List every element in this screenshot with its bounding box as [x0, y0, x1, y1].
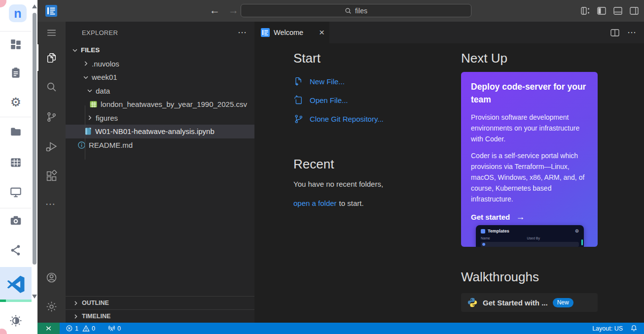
timeline-section-header[interactable]: TIMELINE: [66, 309, 254, 323]
vscode-app-tile[interactable]: [0, 267, 32, 302]
notifications-bell-icon[interactable]: [630, 325, 638, 332]
monitor-icon[interactable]: [9, 186, 22, 199]
extensions-icon[interactable]: [45, 170, 58, 182]
welcome-tab-icon: [261, 28, 270, 37]
forward-arrow-button[interactable]: →: [228, 3, 239, 18]
arrow-right-icon: →: [516, 212, 525, 222]
scroll-thumb[interactable]: [33, 13, 36, 265]
new-badge: New: [553, 298, 573, 307]
split-editor-icon[interactable]: [610, 29, 619, 36]
tree-section-files[interactable]: FILES: [66, 43, 254, 57]
search-view-icon[interactable]: [45, 81, 58, 93]
tree-row-notebook[interactable]: W01-NB01-heatwave-analysis.ipynb: [66, 125, 254, 138]
explorer-sidebar: EXPLORER ⋯ FILES .nuvolos week01: [66, 22, 254, 323]
command-center-search[interactable]: files: [241, 4, 471, 17]
toggle-primary-sidebar-icon[interactable]: [597, 7, 607, 15]
tree-label: data: [96, 87, 110, 95]
scroll-up-arrow[interactable]: [32, 4, 37, 8]
brightness-icon[interactable]: [9, 314, 22, 327]
screen: n ⚙: [0, 0, 644, 334]
preview-columns: Name Used By: [481, 236, 579, 240]
active-view-indicator: [37, 44, 38, 71]
coder-logo-icon: [481, 229, 485, 234]
open-folder-suffix: to start.: [339, 199, 364, 207]
ports-status[interactable]: 0: [108, 325, 121, 332]
tab-welcome[interactable]: Welcome ×: [254, 22, 329, 43]
open-file-link[interactable]: Open File...: [293, 91, 456, 109]
chevron-right-icon: [82, 60, 89, 67]
more-views-icon[interactable]: ⋯: [45, 198, 56, 210]
avatar: [482, 243, 485, 246]
table-icon[interactable]: [9, 156, 22, 169]
tree-row-figures[interactable]: figures: [66, 111, 254, 125]
chevron-down-icon: [82, 74, 89, 81]
tree-row-week01[interactable]: week01: [66, 70, 254, 84]
back-arrow-button[interactable]: ←: [210, 3, 220, 18]
chevron-right-icon: [86, 114, 93, 121]
outline-section-header[interactable]: OUTLINE: [66, 296, 254, 309]
python-logo-icon: [467, 297, 478, 308]
welcome-left-column: Start New File... Open File...: [293, 50, 456, 211]
divider: [0, 31, 32, 32]
clone-repo-link[interactable]: Clone Git Repository...: [293, 109, 456, 128]
platform-scrollbar[interactable]: [32, 0, 37, 334]
clipped-avatar-top-icon: [0, 0, 6, 7]
folder-icon[interactable]: [9, 125, 22, 138]
preview-titlebar: Templates ⚙: [481, 229, 579, 234]
next-up-heading: Next Up: [461, 50, 598, 67]
warnings-count: 0: [92, 325, 95, 332]
git-branch-icon: [293, 114, 304, 124]
warning-icon: [82, 325, 90, 332]
welcome-right-column: Next Up Deploy code-server for your team…: [461, 50, 598, 312]
explorer-view-icon[interactable]: [45, 52, 58, 64]
search-icon: [345, 7, 352, 14]
camera-icon[interactable]: [9, 214, 22, 227]
warnings-status[interactable]: 0: [82, 325, 95, 332]
get-started-label: Get started: [471, 213, 510, 221]
remote-indicator[interactable]: [37, 323, 60, 334]
keyboard-layout-status[interactable]: Layout: US: [592, 325, 623, 332]
statusbar-right: Layout: US: [592, 325, 644, 332]
toggle-secondary-sidebar-icon[interactable]: [630, 7, 639, 15]
tree-row-nuvolos[interactable]: .nuvolos: [66, 57, 254, 71]
walkthrough-get-started-python[interactable]: Get Started with ... New: [461, 293, 598, 312]
walkthroughs-heading: Walkthroughs: [461, 268, 598, 285]
editor-more-actions-icon[interactable]: ⋯: [627, 27, 636, 38]
account-icon[interactable]: [45, 271, 58, 284]
walkthrough-title: Get Started with ...: [483, 299, 548, 307]
preview-col-usedby: Used By: [527, 236, 540, 240]
recent-heading: Recent: [293, 156, 456, 172]
coder-promo-card: Deploy code-server for your team Provisi…: [461, 72, 598, 247]
dashboard-icon[interactable]: [9, 38, 22, 51]
customize-layout-icon[interactable]: [581, 7, 590, 15]
vscode-logo-icon: [6, 275, 25, 294]
tree-label: README.md: [89, 141, 133, 149]
chevron-right-icon: [72, 300, 79, 306]
run-debug-icon[interactable]: [45, 140, 58, 153]
get-started-link[interactable]: Get started →: [471, 212, 588, 222]
explorer-more-actions-icon[interactable]: ⋯: [238, 27, 247, 38]
clipboard-icon[interactable]: [9, 67, 22, 79]
tab-close-icon[interactable]: ×: [319, 28, 324, 37]
open-folder-link[interactable]: open a folder: [293, 199, 337, 207]
tree-row-readme[interactable]: README.md: [66, 138, 254, 152]
tree-row-csv[interactable]: london_heatwaves_by_year_1990_2025.csv: [66, 98, 254, 111]
chevron-down-icon: [72, 47, 78, 54]
chevron-down-icon: [86, 87, 93, 94]
titlebar-actions: [581, 7, 639, 15]
manage-gear-icon[interactable]: [45, 301, 58, 313]
tree-row-data[interactable]: data: [66, 84, 254, 98]
share-icon[interactable]: [9, 244, 22, 257]
tree-label: week01: [92, 73, 117, 81]
new-file-link[interactable]: New File...: [293, 72, 456, 91]
tab-bar: Welcome × ⋯: [254, 22, 644, 43]
scroll-down-arrow[interactable]: [32, 295, 37, 299]
preview-col-name: Name: [481, 236, 527, 240]
tree-label: FILES: [81, 46, 100, 54]
settings-icon[interactable]: ⚙: [9, 96, 22, 108]
toggle-panel-icon[interactable]: [613, 7, 623, 15]
nuvolos-logo[interactable]: n: [9, 4, 27, 22]
source-control-icon[interactable]: [45, 111, 58, 123]
errors-status[interactable]: 1: [66, 325, 78, 332]
menu-hamburger-icon[interactable]: [45, 27, 58, 39]
